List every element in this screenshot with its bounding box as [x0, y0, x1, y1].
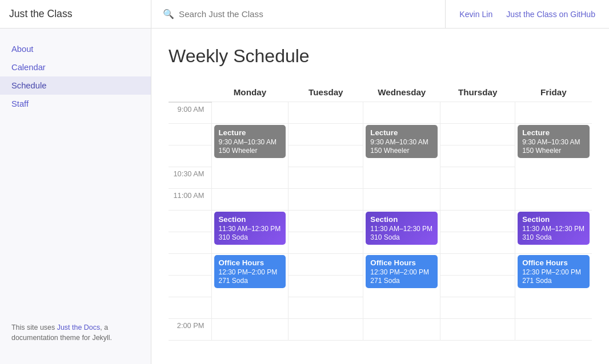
cell-tue-1230: [289, 254, 363, 276]
lecture-friday[interactable]: Lecture 9:30 AM–10:30 AM 150 Wheeler: [518, 125, 590, 158]
search-input[interactable]: [179, 9, 282, 19]
cell-mon-office[interactable]: Office Hours 12:30 PM–2:00 PM 271 Soda: [211, 254, 289, 319]
time-1030: 10:30 AM: [169, 167, 211, 189]
time-900: 9:00 AM: [169, 102, 211, 124]
time-130: [169, 297, 211, 319]
cell-tue-1130: [289, 211, 363, 232]
time-1230: [169, 254, 211, 276]
time-row-200: 2:00 PM: [169, 319, 592, 341]
cell-thu-1000: [440, 145, 515, 167]
cell-fri-1100: [515, 189, 592, 211]
office-wed-loc: 271 Soda: [370, 277, 433, 285]
cell-wed-1100: [363, 189, 440, 211]
office-fri-loc: 271 Soda: [522, 277, 585, 285]
sidebar-item-staff[interactable]: Staff: [0, 95, 151, 113]
sidebar-item-calendar[interactable]: Calendar: [0, 58, 151, 76]
cell-tue-200: [289, 319, 363, 341]
section-mon-title: Section: [219, 215, 282, 224]
cell-wed-office[interactable]: Office Hours 12:30 PM–2:00 PM 271 Soda: [363, 254, 440, 319]
cell-mon-section[interactable]: Section 11:30 AM–12:30 PM 310 Soda: [211, 211, 289, 254]
section-wed-loc: 310 Soda: [370, 233, 433, 241]
cell-tue-1000: [289, 145, 363, 167]
cell-thu-1230: [440, 254, 515, 276]
section-wed-time: 11:30 AM–12:30 PM: [370, 225, 433, 233]
cell-thu-130: [440, 297, 515, 319]
cell-thu-1200: [440, 232, 515, 254]
cell-wed-900: [363, 102, 440, 124]
cell-fri-lecture[interactable]: Lecture 9:30 AM–10:30 AM 150 Wheeler: [515, 124, 592, 189]
cell-thu-930: [440, 124, 515, 145]
page-title: Weekly Schedule: [169, 46, 592, 67]
lecture-wed-time: 9:30 AM–10:30 AM: [370, 138, 433, 146]
cell-fri-section[interactable]: Section 11:30 AM–12:30 PM 310 Soda: [515, 211, 592, 254]
day-header-wednesday: Wednesday: [363, 83, 440, 102]
office-fri-title: Office Hours: [522, 258, 585, 267]
lecture-fri-time: 9:30 AM–10:30 AM: [522, 138, 585, 146]
time-1100: 11:00 AM: [169, 189, 211, 211]
main-layout: About Calendar Schedule Staff This site …: [0, 29, 609, 364]
top-bar: Just the Class 🔍 Kevin Lin Just the Clas…: [0, 0, 609, 29]
time-row-1100: 11:00 AM: [169, 189, 592, 211]
cell-thu-200: [440, 319, 515, 341]
cell-wed-200: [363, 319, 440, 341]
section-mon-time: 11:30 AM–12:30 PM: [219, 225, 282, 233]
time-200: 2:00 PM: [169, 319, 211, 341]
cell-tue-1030: [289, 167, 363, 189]
nav-items: About Calendar Schedule Staff: [0, 40, 151, 113]
cell-thu-1100: [440, 189, 515, 211]
cell-tue-1100: [289, 189, 363, 211]
section-fri-time: 11:30 AM–12:30 PM: [522, 225, 585, 233]
lecture-monday[interactable]: Lecture 9:30 AM–10:30 AM 150 Wheeler: [214, 125, 286, 158]
lecture-wed-title: Lecture: [370, 128, 433, 137]
cell-fri-200: [515, 319, 592, 341]
office-wed-title: Office Hours: [370, 258, 433, 267]
cell-tue-900: [289, 102, 363, 124]
sidebar-item-about[interactable]: About: [0, 40, 151, 58]
day-header-thursday: Thursday: [440, 83, 515, 102]
cell-fri-office[interactable]: Office Hours 12:30 PM–2:00 PM 271 Soda: [515, 254, 592, 319]
time-1200: [169, 232, 211, 254]
cell-wed-section[interactable]: Section 11:30 AM–12:30 PM 310 Soda: [363, 211, 440, 254]
section-friday[interactable]: Section 11:30 AM–12:30 PM 310 Soda: [518, 212, 590, 245]
lecture-wed-loc: 150 Wheeler: [370, 147, 433, 155]
lecture-wednesday[interactable]: Lecture 9:30 AM–10:30 AM 150 Wheeler: [366, 125, 438, 158]
cell-thu-1130: [440, 211, 515, 232]
office-friday[interactable]: Office Hours 12:30 PM–2:00 PM 271 Soda: [518, 255, 590, 288]
cell-tue-130: [289, 297, 363, 319]
cell-mon-lecture[interactable]: Lecture 9:30 AM–10:30 AM 150 Wheeler: [211, 124, 289, 189]
day-header-friday: Friday: [515, 83, 592, 102]
kevin-lin-link[interactable]: Kevin Lin: [459, 10, 492, 19]
github-link[interactable]: Just the Class on GitHub: [506, 10, 595, 19]
time-row-1230: Office Hours 12:30 PM–2:00 PM 271 Soda O…: [169, 254, 592, 276]
lecture-mon-time: 9:30 AM–10:30 AM: [219, 138, 282, 146]
search-area[interactable]: 🔍: [151, 0, 446, 28]
lecture-mon-loc: 150 Wheeler: [219, 147, 282, 155]
cell-wed-lecture[interactable]: Lecture 9:30 AM–10:30 AM 150 Wheeler: [363, 124, 440, 189]
section-fri-loc: 310 Soda: [522, 233, 585, 241]
time-row-930: Lecture 9:30 AM–10:30 AM 150 Wheeler Lec…: [169, 124, 592, 145]
cell-tue-1200: [289, 232, 363, 254]
office-monday[interactable]: Office Hours 12:30 PM–2:00 PM 271 Soda: [214, 255, 286, 288]
section-wednesday[interactable]: Section 11:30 AM–12:30 PM 310 Soda: [366, 212, 438, 245]
section-monday[interactable]: Section 11:30 AM–12:30 PM 310 Soda: [214, 212, 286, 245]
cell-mon-900: [211, 102, 289, 124]
time-row-1130: Section 11:30 AM–12:30 PM 310 Soda Secti…: [169, 211, 592, 232]
office-wednesday[interactable]: Office Hours 12:30 PM–2:00 PM 271 Soda: [366, 255, 438, 288]
section-fri-title: Section: [522, 215, 585, 224]
office-wed-time: 12:30 PM–2:00 PM: [370, 268, 433, 276]
footer-text: This site uses: [11, 323, 57, 331]
cell-tue-100: [289, 276, 363, 297]
schedule-table: Monday Tuesday Wednesday Thursday Friday…: [169, 83, 592, 341]
cell-thu-1030: [440, 167, 515, 189]
sidebar-header: Just the Class: [0, 0, 151, 28]
content-area: Weekly Schedule Monday Tuesday Wednesday…: [151, 29, 609, 364]
sidebar: About Calendar Schedule Staff This site …: [0, 29, 151, 364]
cell-thu-900: [440, 102, 515, 124]
sidebar-item-schedule[interactable]: Schedule: [0, 76, 151, 95]
search-icon: 🔍: [163, 9, 174, 19]
just-the-docs-link[interactable]: Just the Docs: [57, 323, 101, 331]
sidebar-footer: This site uses Just the Docs, a document…: [0, 313, 151, 353]
cell-tue-930: [289, 124, 363, 145]
day-header-tuesday: Tuesday: [289, 83, 363, 102]
time-1000: [169, 145, 211, 167]
